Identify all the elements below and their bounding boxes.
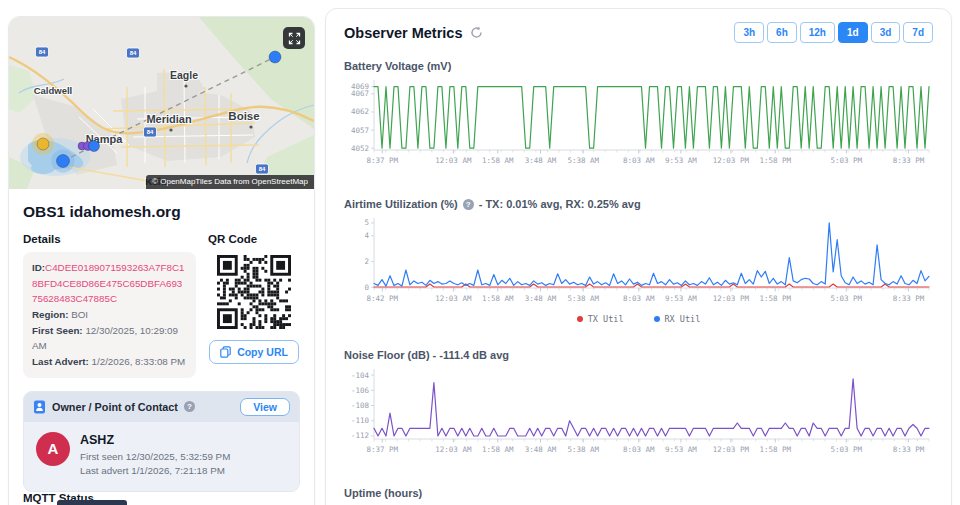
battery-chart-section: Battery Voltage (mV) 4069406740624057405… bbox=[344, 60, 933, 173]
svg-text:-110: -110 bbox=[351, 416, 370, 425]
detail-id: ID:C4DEE0189071593263A7F8C18BFD4CE8D86E4… bbox=[32, 260, 187, 307]
legend-tx-util[interactable]: TX Util bbox=[577, 314, 624, 324]
node-id-value: C4DEE0189071593263A7F8C18BFD4CE8D86E475C… bbox=[32, 262, 185, 304]
contact-badge-icon bbox=[33, 400, 46, 414]
page-title: OBS1 idahomesh.org bbox=[23, 203, 300, 221]
svg-text:9:53 AM: 9:53 AM bbox=[665, 156, 697, 165]
noise-floor-chart-section: Noise Floor (dB) - -111.4 dB avg -104-10… bbox=[344, 349, 933, 462]
svg-text:8:03 AM: 8:03 AM bbox=[623, 156, 655, 165]
owner-heading: Owner / Point of Contact bbox=[52, 401, 178, 413]
svg-text:5:38 AM: 5:38 AM bbox=[567, 294, 599, 303]
refresh-icon[interactable] bbox=[470, 26, 483, 39]
owner-first-seen: First seen 12/30/2025, 5:32:59 PM bbox=[80, 450, 230, 465]
svg-text:9:53 AM: 9:53 AM bbox=[665, 445, 697, 454]
svg-text:12:03 AM: 12:03 AM bbox=[435, 156, 472, 165]
svg-text:8:33 PM: 8:33 PM bbox=[893, 156, 925, 165]
details-box: ID:C4DEE0189071593263A7F8C18BFD4CE8D86E4… bbox=[23, 252, 196, 378]
svg-text:Meridian: Meridian bbox=[146, 113, 192, 125]
svg-text:8:03 AM: 8:03 AM bbox=[623, 445, 655, 454]
cutoff-bar bbox=[57, 500, 127, 505]
svg-text:84: 84 bbox=[39, 49, 46, 55]
svg-text:1:58 PM: 1:58 PM bbox=[759, 294, 791, 303]
svg-text:84: 84 bbox=[147, 129, 154, 135]
svg-text:5:03 PM: 5:03 PM bbox=[831, 294, 863, 303]
svg-text:8:42 PM: 8:42 PM bbox=[367, 294, 399, 303]
svg-text:5:38 AM: 5:38 AM bbox=[567, 156, 599, 165]
svg-text:4: 4 bbox=[364, 231, 369, 240]
copy-url-button[interactable]: Copy URL bbox=[209, 340, 299, 364]
svg-text:2: 2 bbox=[364, 257, 369, 266]
range-3d[interactable]: 3d bbox=[871, 22, 901, 43]
observer-info-panel: 84848484 CaldwellNampaMeridianEagleBoise… bbox=[8, 16, 315, 505]
observer-metrics-panel: Observer Metrics 3h 6h 12h 1d 3d 7d Batt… bbox=[325, 8, 952, 505]
svg-text:5: 5 bbox=[364, 218, 369, 227]
svg-text:8:33 PM: 8:33 PM bbox=[893, 445, 925, 454]
battery-voltage-chart[interactable]: 406940674062405740528:37 PM12:03 AM1:58 … bbox=[344, 77, 935, 173]
rx-legend-dot bbox=[654, 316, 660, 322]
details-heading: Details bbox=[23, 233, 196, 245]
qr-heading: QR Code bbox=[208, 233, 300, 245]
svg-text:Eagle: Eagle bbox=[170, 69, 198, 81]
metrics-header: Observer Metrics 3h 6h 12h 1d 3d 7d bbox=[344, 22, 933, 43]
owner-card: Owner / Point of Contact ? View A ASHZ F… bbox=[23, 391, 300, 492]
range-7d[interactable]: 7d bbox=[903, 22, 933, 43]
svg-text:Boise: Boise bbox=[228, 110, 259, 122]
fullscreen-icon bbox=[288, 32, 301, 45]
qr-code bbox=[217, 255, 291, 329]
svg-text:4062: 4062 bbox=[351, 107, 369, 116]
svg-text:-112: -112 bbox=[351, 431, 369, 440]
copy-icon bbox=[220, 346, 231, 358]
svg-text:4052: 4052 bbox=[351, 144, 369, 153]
svg-text:3:48 AM: 3:48 AM bbox=[525, 294, 557, 303]
range-12h[interactable]: 12h bbox=[800, 22, 835, 43]
time-range-selector: 3h 6h 12h 1d 3d 7d bbox=[734, 22, 933, 43]
svg-text:Caldwell: Caldwell bbox=[34, 85, 73, 96]
svg-text:5:03 PM: 5:03 PM bbox=[831, 156, 863, 165]
battery-chart-title: Battery Voltage (mV) bbox=[344, 60, 933, 72]
view-owner-button[interactable]: View bbox=[240, 398, 290, 416]
svg-text:-108: -108 bbox=[351, 401, 370, 410]
svg-text:1:58 AM: 1:58 AM bbox=[482, 156, 514, 165]
svg-text:84: 84 bbox=[130, 50, 137, 56]
svg-text:3:48 AM: 3:48 AM bbox=[525, 156, 557, 165]
map[interactable]: 84848484 CaldwellNampaMeridianEagleBoise… bbox=[9, 17, 314, 189]
range-3h[interactable]: 3h bbox=[734, 22, 764, 43]
airtime-chart-section: Airtime Utilization (%) ? - TX: 0.01% av… bbox=[344, 198, 933, 324]
svg-text:3:48 AM: 3:48 AM bbox=[525, 445, 557, 454]
svg-text:84: 84 bbox=[259, 166, 266, 172]
svg-text:12:03 AM: 12:03 AM bbox=[435, 294, 472, 303]
uptime-chart-section: Uptime (hours) bbox=[344, 487, 933, 499]
svg-text:1:58 AM: 1:58 AM bbox=[482, 445, 514, 454]
svg-text:12:03 AM: 12:03 AM bbox=[435, 445, 472, 454]
range-1d[interactable]: 1d bbox=[838, 22, 868, 43]
range-6h[interactable]: 6h bbox=[767, 22, 797, 43]
airtime-utilization-chart[interactable]: 54208:42 PM12:03 AM1:58 AM3:48 AM5:38 AM… bbox=[344, 215, 935, 311]
svg-text:0: 0 bbox=[364, 283, 369, 292]
svg-text:12:03 PM: 12:03 PM bbox=[713, 156, 750, 165]
svg-text:8:37 PM: 8:37 PM bbox=[367, 445, 399, 454]
map-attribution[interactable]: © OpenMapTiles Data from OpenStreetMap bbox=[146, 175, 314, 189]
svg-text:12:03 PM: 12:03 PM bbox=[713, 445, 750, 454]
detail-region: Region: BOI bbox=[32, 307, 187, 323]
svg-text:5:03 PM: 5:03 PM bbox=[831, 445, 863, 454]
svg-text:4067: 4067 bbox=[351, 89, 369, 98]
svg-text:8:37 PM: 8:37 PM bbox=[367, 156, 399, 165]
airtime-legend: TX Util RX Util bbox=[344, 314, 933, 324]
svg-text:5:38 AM: 5:38 AM bbox=[567, 445, 599, 454]
uptime-chart-title: Uptime (hours) bbox=[344, 487, 933, 499]
airtime-help-icon[interactable]: ? bbox=[463, 199, 474, 210]
svg-text:8:03 AM: 8:03 AM bbox=[623, 294, 655, 303]
svg-text:1:58 PM: 1:58 PM bbox=[759, 445, 791, 454]
owner-card-body: A ASHZ First seen 12/30/2025, 5:32:59 PM… bbox=[24, 422, 299, 491]
svg-text:12:03 PM: 12:03 PM bbox=[713, 294, 750, 303]
svg-text:-104: -104 bbox=[351, 371, 370, 380]
owner-help-icon[interactable]: ? bbox=[184, 401, 195, 412]
owner-card-header: Owner / Point of Contact ? View bbox=[24, 392, 299, 422]
owner-avatar[interactable]: A bbox=[36, 432, 70, 466]
owner-name: ASHZ bbox=[80, 433, 230, 447]
detail-first-seen: First Seen: 12/30/2025, 10:29:09 AM bbox=[32, 323, 187, 354]
noise-floor-chart[interactable]: -104-106-108-110-1128:37 PM12:03 AM1:58 … bbox=[344, 366, 935, 462]
legend-rx-util[interactable]: RX Util bbox=[654, 314, 701, 324]
fullscreen-button[interactable] bbox=[283, 27, 305, 49]
svg-text:9:53 AM: 9:53 AM bbox=[665, 294, 697, 303]
